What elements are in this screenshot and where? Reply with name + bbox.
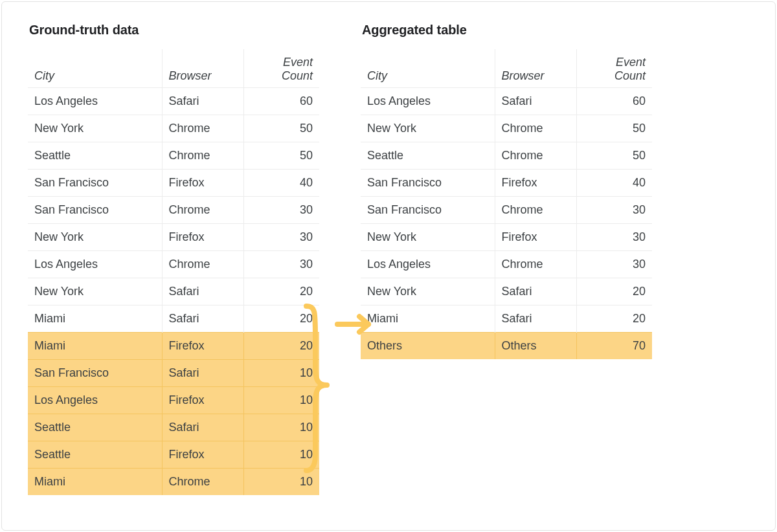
cell-browser: Safari <box>495 88 576 115</box>
cell-city: Miami <box>361 305 495 333</box>
aggregated-title: Aggregated table <box>362 23 652 38</box>
table-row: SeattleSafari10 <box>28 414 319 441</box>
table-row: MiamiChrome10 <box>28 469 319 496</box>
table-header-row: City Browser Event Count <box>28 49 319 88</box>
cell-city: New York <box>361 224 495 251</box>
cell-city: Seattle <box>28 414 162 441</box>
cell-city: New York <box>28 278 162 305</box>
cell-city: New York <box>361 115 495 142</box>
cell-count: 10 <box>243 360 319 387</box>
cell-city: New York <box>28 115 162 142</box>
aggregated-table: City Browser Event Count Los AngelesSafa… <box>361 49 652 359</box>
cell-city: Miami <box>28 333 162 360</box>
cell-browser: Safari <box>162 88 243 115</box>
cell-browser: Chrome <box>162 115 243 142</box>
table-row: Los AngelesFirefox10 <box>28 387 319 414</box>
cell-count: 30 <box>243 224 319 251</box>
cell-browser: Firefox <box>162 170 243 197</box>
cell-city: New York <box>361 278 495 305</box>
cell-count: 10 <box>243 469 319 496</box>
col-header-count: Event Count <box>243 49 319 88</box>
table-row: Los AngelesChrome30 <box>361 251 652 278</box>
table-row: SeattleFirefox10 <box>28 441 319 469</box>
cell-count: 30 <box>576 224 652 251</box>
cell-browser: Firefox <box>495 224 576 251</box>
table-row: New YorkSafari20 <box>361 278 652 305</box>
table-row: OthersOthers70 <box>361 333 652 360</box>
cell-count: 30 <box>576 197 652 224</box>
cell-count: 20 <box>576 305 652 333</box>
cell-browser: Safari <box>162 414 243 441</box>
cell-count: 20 <box>576 278 652 305</box>
cell-browser: Chrome <box>162 197 243 224</box>
cell-browser: Firefox <box>162 441 243 469</box>
col-header-count: Event Count <box>576 49 652 88</box>
table-row: New YorkFirefox30 <box>28 224 319 251</box>
table-row: Los AngelesSafari60 <box>361 88 652 115</box>
cell-city: Los Angeles <box>361 251 495 278</box>
cell-browser: Chrome <box>495 251 576 278</box>
cell-count: 50 <box>243 115 319 142</box>
cell-browser: Others <box>495 333 576 360</box>
cell-city: San Francisco <box>28 170 162 197</box>
table-row: Los AngelesChrome30 <box>28 251 319 278</box>
cell-browser: Chrome <box>495 197 576 224</box>
table-row: San FranciscoSafari10 <box>28 360 319 387</box>
cell-city: Miami <box>28 469 162 496</box>
cell-browser: Chrome <box>162 469 243 496</box>
diagram-frame: Ground-truth data City Browser Event Cou… <box>1 1 776 531</box>
table-row: MiamiFirefox20 <box>28 333 319 360</box>
table-row: New YorkChrome50 <box>28 115 319 142</box>
table-row: Los AngelesSafari60 <box>28 88 319 115</box>
cell-count: 10 <box>243 441 319 469</box>
cell-city: Seattle <box>361 142 495 170</box>
table-row: New YorkChrome50 <box>361 115 652 142</box>
table-row: MiamiSafari20 <box>361 305 652 333</box>
columns: Ground-truth data City Browser Event Cou… <box>28 23 749 495</box>
ground-truth-title: Ground-truth data <box>29 23 319 38</box>
table-row: SeattleChrome50 <box>361 142 652 170</box>
cell-city: Los Angeles <box>28 251 162 278</box>
cell-city: Los Angeles <box>28 387 162 414</box>
cell-count: 30 <box>243 251 319 278</box>
cell-count: 30 <box>576 251 652 278</box>
cell-browser: Safari <box>162 360 243 387</box>
cell-count: 40 <box>243 170 319 197</box>
table-row: San FranciscoFirefox40 <box>361 170 652 197</box>
cell-browser: Firefox <box>495 170 576 197</box>
table-header-row: City Browser Event Count <box>361 49 652 88</box>
table-row: San FranciscoFirefox40 <box>28 170 319 197</box>
cell-browser: Chrome <box>162 142 243 170</box>
cell-browser: Safari <box>495 305 576 333</box>
col-header-browser: Browser <box>162 49 243 88</box>
cell-browser: Firefox <box>162 333 243 360</box>
cell-count: 60 <box>576 88 652 115</box>
cell-browser: Chrome <box>495 142 576 170</box>
cell-count: 50 <box>576 115 652 142</box>
cell-city: Los Angeles <box>361 88 495 115</box>
cell-count: 40 <box>576 170 652 197</box>
aggregated-tbody: Los AngelesSafari60New YorkChrome50Seatt… <box>361 88 652 360</box>
cell-city: San Francisco <box>28 197 162 224</box>
cell-browser: Firefox <box>162 224 243 251</box>
table-row: SeattleChrome50 <box>28 142 319 170</box>
table-row: San FranciscoChrome30 <box>28 197 319 224</box>
cell-city: Seattle <box>28 142 162 170</box>
cell-browser: Chrome <box>162 251 243 278</box>
cell-city: San Francisco <box>361 197 495 224</box>
col-header-city: City <box>28 49 162 88</box>
cell-city: San Francisco <box>28 360 162 387</box>
cell-city: Seattle <box>28 441 162 469</box>
cell-count: 20 <box>243 305 319 333</box>
aggregated-panel: Aggregated table City Browser Event Coun… <box>361 23 652 359</box>
cell-browser: Safari <box>495 278 576 305</box>
cell-city: Los Angeles <box>28 88 162 115</box>
col-header-browser: Browser <box>495 49 576 88</box>
cell-count: 30 <box>243 197 319 224</box>
cell-count: 70 <box>576 333 652 360</box>
cell-city: Miami <box>28 305 162 333</box>
cell-count: 10 <box>243 387 319 414</box>
col-header-city: City <box>361 49 495 88</box>
table-row: New YorkFirefox30 <box>361 224 652 251</box>
cell-count: 50 <box>576 142 652 170</box>
